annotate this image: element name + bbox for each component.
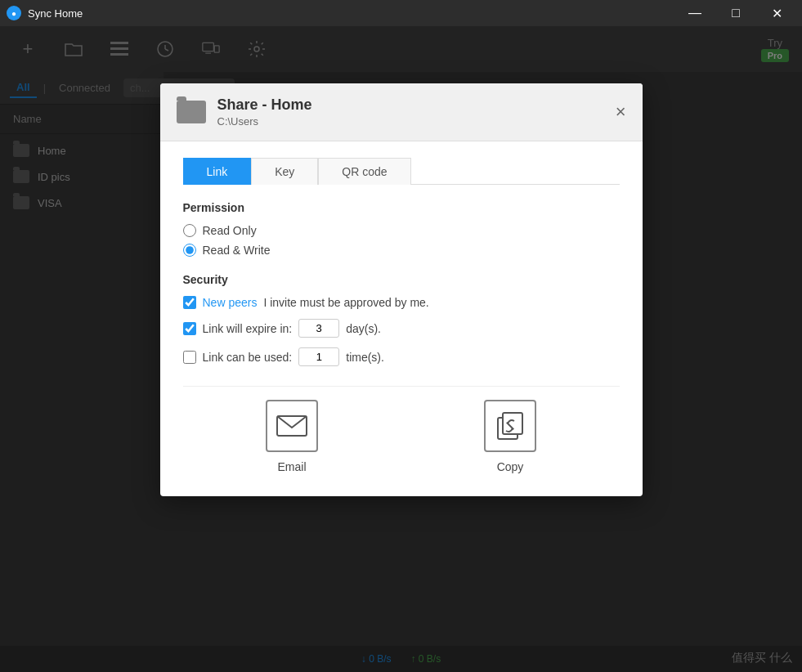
- email-icon: [266, 400, 318, 452]
- read-only-radio[interactable]: [183, 224, 196, 237]
- copy-button[interactable]: Copy: [484, 400, 536, 473]
- maximize-button[interactable]: □: [717, 0, 755, 26]
- modal-actions: Email Copy: [183, 386, 620, 473]
- usage-label-post: time(s).: [346, 351, 384, 364]
- new-peers-option[interactable]: New peers I invite must be approved by m…: [183, 296, 620, 309]
- email-label: Email: [277, 460, 306, 473]
- modal-title-area: Share - Home C:\Users: [217, 96, 604, 128]
- modal-title: Share - Home: [217, 96, 604, 114]
- email-button[interactable]: Email: [266, 400, 318, 473]
- read-only-label: Read Only: [203, 224, 257, 237]
- modal-body: Link Key QR code Permission Read Only Re…: [160, 141, 643, 496]
- expire-checkbox[interactable]: [183, 322, 196, 335]
- new-peers-checkbox[interactable]: [183, 296, 196, 309]
- app-title: Sync Home: [28, 7, 83, 20]
- new-peers-text: I invite must be approved by me.: [263, 296, 428, 309]
- permission-group: Read Only Read & Write: [183, 224, 620, 257]
- permission-title: Permission: [183, 201, 620, 214]
- read-only-option[interactable]: Read Only: [183, 224, 620, 237]
- modal-close-button[interactable]: ×: [616, 103, 626, 121]
- app-icon: ●: [7, 6, 21, 20]
- read-write-radio[interactable]: [183, 244, 196, 257]
- new-peers-highlight: New peers: [203, 296, 258, 309]
- usage-label-pre: Link can be used:: [203, 351, 293, 364]
- read-write-label: Read & Write: [203, 244, 271, 257]
- security-title: Security: [183, 273, 620, 286]
- copy-label: Copy: [497, 460, 524, 473]
- modal-header: Share - Home C:\Users ×: [160, 83, 643, 141]
- modal-tab-bar: Link Key QR code: [183, 158, 620, 185]
- usage-option[interactable]: Link can be used: time(s).: [183, 347, 620, 366]
- window-controls: — □ ✕: [676, 0, 795, 26]
- svg-rect-12: [503, 413, 522, 434]
- usage-value-input[interactable]: [298, 347, 339, 366]
- tab-key[interactable]: Key: [251, 158, 318, 185]
- modal-overlay: Share - Home C:\Users × Link Key QR code…: [0, 26, 802, 672]
- expire-option[interactable]: Link will expire in: day(s).: [183, 319, 620, 338]
- minimize-button[interactable]: —: [676, 0, 714, 26]
- copy-icon: [484, 400, 536, 452]
- title-bar: ● Sync Home — □ ✕: [0, 0, 802, 26]
- modal-folder-icon: [177, 101, 206, 123]
- read-write-option[interactable]: Read & Write: [183, 244, 620, 257]
- usage-checkbox[interactable]: [183, 351, 196, 364]
- expire-label-post: day(s).: [346, 322, 381, 335]
- tab-link[interactable]: Link: [183, 158, 252, 185]
- window-close-button[interactable]: ✕: [758, 0, 795, 26]
- expire-label-pre: Link will expire in:: [203, 322, 293, 335]
- share-modal: Share - Home C:\Users × Link Key QR code…: [160, 83, 643, 496]
- security-section: Security New peers I invite must be appr…: [183, 273, 620, 366]
- expire-value-input[interactable]: [298, 319, 339, 338]
- tab-qrcode[interactable]: QR code: [318, 158, 410, 185]
- modal-path: C:\Users: [217, 115, 604, 128]
